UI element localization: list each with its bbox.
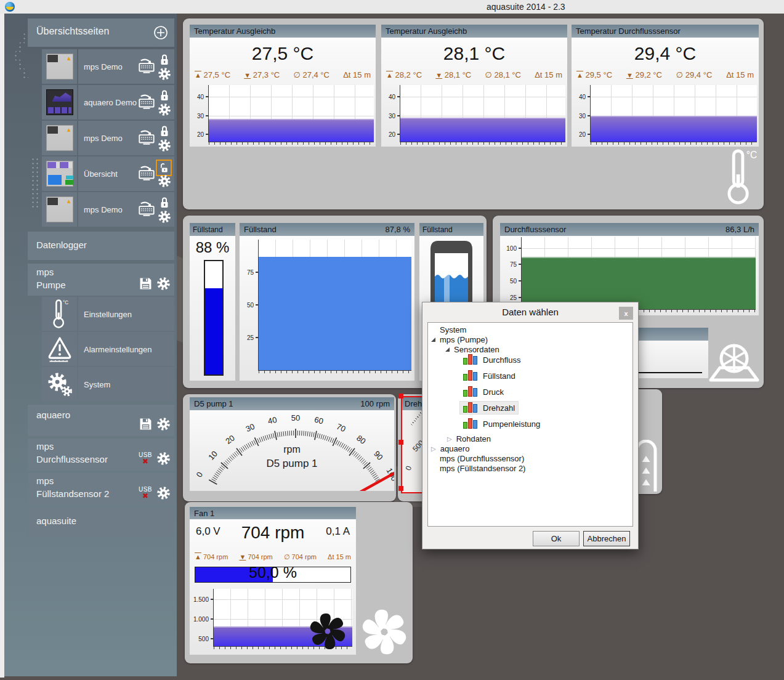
page-settings-gear-icon[interactable] xyxy=(158,139,171,152)
tree-item-fuellstand[interactable]: Füllstand xyxy=(463,371,515,381)
gears-icon xyxy=(47,371,73,397)
sidebar-item-system[interactable]: System xyxy=(78,367,174,401)
selection-handle[interactable] xyxy=(398,394,403,399)
sidebar-section-datenlogger[interactable]: Datenlogger xyxy=(28,232,174,260)
device-settings-gear-icon[interactable] xyxy=(156,417,171,431)
unlock-highlight-box[interactable] xyxy=(156,160,172,176)
panel-header[interactable]: Füllstand 87,8 % xyxy=(240,223,414,236)
tree-item-aquaero[interactable]: ▷aquaero xyxy=(431,444,469,453)
temp-area-fill xyxy=(591,116,757,142)
expander-collapsed-icon[interactable]: ▷ xyxy=(447,435,452,442)
sidebar-section-aquaero[interactable]: aquaero xyxy=(28,405,174,436)
sidebar-item-uebersicht[interactable]: Übersicht xyxy=(78,156,174,191)
tree-item-mps-durchflusssensor[interactable]: mps (Durchflusssensor) xyxy=(440,454,524,463)
sidebar-section-mps-durchflusssensor[interactable]: mps Durchflusssensor USB✖ xyxy=(28,439,174,471)
cancel-button[interactable]: Abbrechen xyxy=(583,531,630,546)
temp-panel-durchflusssensor[interactable]: Temperatur Durchflusssensor 29,4 °C ▲ 29… xyxy=(572,25,759,147)
page-thumbnail-aquaero-demo[interactable] xyxy=(42,85,77,119)
panel-header[interactable]: Temperatur Durchflusssensor xyxy=(572,25,759,38)
fan-panel[interactable]: Fan 1 6,0 V 704 rpm 0,1 A ▲ 704 rpm ▼ 70… xyxy=(190,507,356,655)
window-title: aquasuite 2014 - 2.3 xyxy=(487,2,565,12)
tree-item-drehzahl-selected[interactable]: Drehzahl xyxy=(463,403,515,413)
alarm-icon-cell[interactable] xyxy=(42,332,77,366)
tree-item-durchfluss[interactable]: Durchfluss xyxy=(463,355,520,365)
title-bar: aquasuite 2014 - 2.3 xyxy=(0,0,784,14)
tree-item-pumpenleistung[interactable]: Pumpenleistung xyxy=(463,419,540,429)
panel-header[interactable]: Fan 1 xyxy=(190,507,356,519)
sidebar-section-mps-pumpe[interactable]: mps Pumpe xyxy=(28,264,174,296)
show-on-desktop-icon[interactable] xyxy=(138,165,155,181)
page-settings-gear-icon[interactable] xyxy=(158,174,171,188)
tree-item-rohdaten[interactable]: ▷Rohdaten xyxy=(447,434,491,443)
fuellstand-chart-panel[interactable]: Füllstand 87,8 % 75 50 25 xyxy=(240,223,414,381)
page-settings-gear-icon[interactable] xyxy=(158,103,171,116)
daten-waehlen-dialog[interactable]: Daten wählen x System mps (Pumpe) Sensor… xyxy=(422,302,639,549)
device-settings-gear-icon[interactable] xyxy=(156,277,171,291)
show-on-desktop-icon[interactable] xyxy=(138,201,155,217)
device-name-line1: mps xyxy=(36,267,54,277)
data-tree[interactable]: System mps (Pumpe) Sensordaten Durchflus… xyxy=(427,322,633,527)
close-icon[interactable]: x xyxy=(619,307,633,320)
temp-area-fill xyxy=(400,118,565,142)
panel-header[interactable]: Temperatur Ausgleichb xyxy=(381,25,567,38)
panel-header[interactable]: Füllstand xyxy=(190,223,235,236)
sidebar-item-mps-demo-3[interactable]: mps Demo xyxy=(78,192,174,227)
sidebar-section-mps-fuellstandsensor[interactable]: mps Füllstandsensor 2 USB✖ xyxy=(28,473,174,505)
page-settings-gear-icon[interactable] xyxy=(158,210,171,224)
save-icon[interactable] xyxy=(139,418,152,431)
selection-handle[interactable] xyxy=(398,440,403,445)
dt-icon: Δt xyxy=(535,70,542,79)
selection-handle[interactable] xyxy=(398,486,403,491)
add-page-icon[interactable] xyxy=(153,25,168,40)
expander-collapsed-icon[interactable]: ▷ xyxy=(431,445,436,452)
tree-item-druck[interactable]: Druck xyxy=(463,387,504,397)
page-thumbnail-mps-demo[interactable] xyxy=(42,49,77,84)
drag-handle-dots[interactable] xyxy=(31,157,40,210)
tree-item-mps-pumpe[interactable]: mps (Pumpe) xyxy=(431,335,488,344)
panel-header[interactable]: Füllstand xyxy=(419,223,483,236)
dt-value: 15 m xyxy=(353,70,371,79)
sidebar-section-aquasuite[interactable]: aquasuite xyxy=(28,508,174,536)
lock-icon[interactable] xyxy=(160,89,169,102)
panel-header[interactable]: Durchflusssensor 86,3 L/h xyxy=(500,223,759,236)
show-on-desktop-icon[interactable] xyxy=(138,94,155,110)
panel-header[interactable]: Temperatur Ausgleichb xyxy=(190,25,376,38)
save-icon[interactable] xyxy=(139,277,152,290)
show-on-desktop-icon[interactable] xyxy=(138,129,155,145)
usb-disconnected-icon: USB✖ xyxy=(139,452,152,465)
page-thumbnail-uebersicht[interactable] xyxy=(42,156,77,191)
dt-icon: Δt xyxy=(343,70,350,79)
lock-icon[interactable] xyxy=(160,54,169,66)
sidebar-section-uebersichtsseiten[interactable]: Übersichtsseiten xyxy=(28,18,174,47)
expander-expanded-icon[interactable] xyxy=(431,338,435,342)
tree-item-sensordaten[interactable]: Sensordaten xyxy=(445,345,499,354)
fuellstand-gauge-panel[interactable]: Füllstand 88 % xyxy=(190,223,235,381)
temp-panel-ausgleich-2[interactable]: Temperatur Ausgleichb 28,1 °C ▲ 28,2 °C … xyxy=(381,25,567,147)
lock-icon[interactable] xyxy=(160,196,169,209)
page-label: mps Demo xyxy=(84,205,123,214)
sidebar-item-alarmeinstellungen[interactable]: Alarmeinstellungen xyxy=(78,332,174,366)
system-icon-cell[interactable] xyxy=(42,367,77,401)
ok-button[interactable]: Ok xyxy=(533,531,580,546)
tree-item-system[interactable]: System xyxy=(440,325,466,334)
show-on-desktop-icon[interactable] xyxy=(138,58,155,74)
tree-item-mps-fuellstandsensor[interactable]: mps (Füllstandsensor 2) xyxy=(440,464,525,473)
page-settings-gear-icon[interactable] xyxy=(158,67,171,81)
page-thumbnail-mps-demo-2[interactable] xyxy=(42,121,77,155)
page-thumbnail-mps-demo-3[interactable] xyxy=(42,192,77,227)
sidebar-item-einstellungen[interactable]: Einstellungen xyxy=(78,297,174,331)
panel-header[interactable]: D5 pump 1 100 rpm xyxy=(190,397,394,410)
einstellungen-icon-cell[interactable] xyxy=(42,297,77,331)
device-settings-gear-icon[interactable] xyxy=(156,486,171,500)
svg-text:30: 30 xyxy=(244,422,256,434)
avg-icon: ∅ xyxy=(485,70,491,79)
sidebar-item-mps-demo-2[interactable]: mps Demo xyxy=(78,121,174,155)
sidebar-item-mps-demo[interactable]: mps Demo xyxy=(78,49,174,84)
sidebar-item-aquaero-demo[interactable]: aquaero Demo xyxy=(78,85,174,119)
temp-panel-ausgleich-1[interactable]: Temperatur Ausgleichb 27,5 °C ▲ 27,5 °C … xyxy=(190,25,376,147)
page-label: mps Demo xyxy=(84,62,123,71)
pump-gauge-panel[interactable]: D5 pump 1 100 rpm 0102030405060708090100… xyxy=(190,397,394,491)
lock-icon[interactable] xyxy=(160,125,169,137)
expander-expanded-icon[interactable] xyxy=(445,347,450,352)
device-settings-gear-icon[interactable] xyxy=(156,451,171,466)
